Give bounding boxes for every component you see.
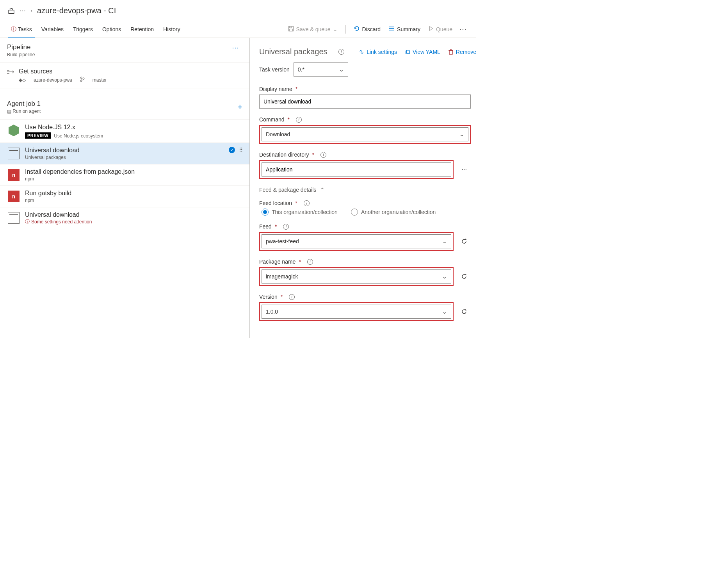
refresh-button[interactable] xyxy=(457,235,471,248)
list-icon xyxy=(388,25,395,33)
command-label: Command xyxy=(259,116,285,123)
task-title: Use Node.JS 12.x xyxy=(25,124,242,131)
task-title: Universal download xyxy=(25,211,242,218)
agent-job-title: Agent job 1 xyxy=(7,100,41,108)
info-icon[interactable]: i xyxy=(289,294,295,300)
info-icon[interactable]: i xyxy=(307,259,313,265)
chevron-down-icon: ⌄ xyxy=(442,238,447,244)
warning-icon: ⓘ xyxy=(25,218,30,225)
error-icon: ⓘ xyxy=(11,26,16,33)
required-indicator: * xyxy=(275,223,277,230)
svg-rect-16 xyxy=(449,50,452,54)
node-icon xyxy=(7,124,20,137)
summary-button[interactable]: Summary xyxy=(384,23,424,36)
package-name-select[interactable]: imagemagick ⌄ xyxy=(262,269,451,284)
get-sources-title: Get sources xyxy=(19,68,242,75)
svg-point-12 xyxy=(80,80,82,82)
task-version-select[interactable]: 0.* ⌄ xyxy=(294,62,348,77)
tab-tasks[interactable]: ⓘTasks xyxy=(6,21,37,38)
queue-button[interactable]: Queue xyxy=(424,23,456,36)
svg-point-11 xyxy=(80,77,82,78)
radio-icon xyxy=(351,209,358,216)
agent-job-row[interactable]: Agent job 1 ▤ Run on agent + xyxy=(0,93,249,120)
tab-options[interactable]: Options xyxy=(98,21,126,38)
info-icon[interactable]: i xyxy=(304,200,310,206)
refresh-button[interactable] xyxy=(457,305,471,318)
task-version-label: Task version xyxy=(259,66,290,73)
package-icon xyxy=(7,211,20,225)
pipeline-header[interactable]: Pipeline Build pipeline ⋯ xyxy=(0,38,249,62)
task-row[interactable]: Universal download Universal packages ✓ … xyxy=(0,143,249,164)
info-icon[interactable]: i xyxy=(338,49,344,55)
drag-handle-icon[interactable]: ⠿ xyxy=(239,147,242,153)
save-queue-button[interactable]: Save & queue ⌄ xyxy=(284,23,342,36)
display-name-input[interactable] xyxy=(259,95,471,109)
branch-icon xyxy=(80,77,85,83)
tab-variables[interactable]: Variables xyxy=(37,21,68,38)
chevron-down-icon: ⌄ xyxy=(442,309,447,315)
feed-location-other-radio[interactable]: Another organization/collection xyxy=(351,209,436,216)
tab-retention[interactable]: Retention xyxy=(126,21,158,38)
preview-badge: PREVIEW xyxy=(25,132,51,139)
add-task-button[interactable]: + xyxy=(237,102,242,112)
required-indicator: * xyxy=(312,152,314,158)
svg-point-13 xyxy=(83,78,84,79)
required-indicator: * xyxy=(299,259,301,265)
chevron-right-icon: › xyxy=(31,8,32,14)
task-title: Install dependencies from package.json xyxy=(25,168,242,175)
svg-rect-2 xyxy=(289,26,292,28)
task-subtitle: Use Node.js ecosystem xyxy=(54,133,103,139)
command-select[interactable]: Download ⌄ xyxy=(262,127,468,141)
required-indicator: * xyxy=(281,294,283,300)
page-title: azure-devops-pwa - CI xyxy=(37,6,116,15)
tab-triggers[interactable]: Triggers xyxy=(68,21,98,38)
info-icon[interactable]: i xyxy=(283,224,289,230)
server-icon: ▤ xyxy=(7,109,11,114)
remove-button[interactable]: Remove xyxy=(448,49,476,55)
breadcrumb-overflow[interactable]: ⋯ xyxy=(20,7,26,14)
separator xyxy=(345,25,346,34)
undo-icon xyxy=(354,25,360,33)
task-row[interactable]: n Install dependencies from package.json… xyxy=(0,164,249,186)
destination-directory-input[interactable] xyxy=(262,162,451,177)
pipeline-more[interactable]: ⋯ xyxy=(229,43,242,52)
task-subtitle: Universal packages xyxy=(25,155,224,160)
feed-select[interactable]: pwa-test-feed ⌄ xyxy=(262,234,451,248)
task-subtitle: npm xyxy=(25,176,242,182)
chevron-down-icon: ⌄ xyxy=(442,273,447,280)
view-yaml-button[interactable]: View YAML xyxy=(405,49,440,55)
refresh-button[interactable] xyxy=(457,270,471,283)
play-icon xyxy=(428,26,434,32)
feed-label: Feed xyxy=(259,223,272,230)
feed-section-header[interactable]: Feed & package details ⌃ xyxy=(259,187,476,193)
version-select[interactable]: 1.0.0 ⌄ xyxy=(262,305,451,319)
project-icon[interactable] xyxy=(8,7,15,14)
svg-rect-3 xyxy=(289,29,292,31)
more-menu[interactable]: ⋯ xyxy=(456,25,470,34)
panel-title: Universal packages xyxy=(259,47,328,56)
display-name-label: Display name xyxy=(259,86,292,92)
browse-button[interactable]: ⋯ xyxy=(457,163,471,176)
version-label: Version xyxy=(259,294,278,300)
task-alert: ⓘSome settings need attention xyxy=(25,218,242,225)
pipeline-subtitle: Build pipeline xyxy=(7,52,35,57)
task-details-panel: Universal packages i Link settings View … xyxy=(250,38,476,338)
tab-history[interactable]: History xyxy=(158,21,185,38)
info-icon[interactable]: i xyxy=(296,117,302,123)
chevron-up-icon: ⌃ xyxy=(320,187,325,193)
task-row[interactable]: Universal download ⓘSome settings need a… xyxy=(0,207,249,229)
svg-rect-0 xyxy=(9,10,14,13)
package-icon xyxy=(7,147,20,160)
check-icon: ✓ xyxy=(229,147,235,153)
get-sources-row[interactable]: Get sources ◆◇ azure-devops-pwa master xyxy=(0,62,249,89)
task-row[interactable]: Use Node.JS 12.x PREVIEW Use Node.js eco… xyxy=(0,120,249,143)
feed-location-this-radio[interactable]: This organization/collection xyxy=(262,209,338,216)
required-indicator: * xyxy=(295,86,297,92)
discard-button[interactable]: Discard xyxy=(350,23,384,36)
info-icon[interactable]: i xyxy=(320,152,326,158)
chevron-down-icon: ⌄ xyxy=(459,131,464,137)
tabbar: ⓘTasks Variables Triggers Options Retent… xyxy=(0,21,476,38)
breadcrumb: ⋯ › azure-devops-pwa - CI xyxy=(0,0,476,21)
task-row[interactable]: n Run gatsby build npm xyxy=(0,186,249,207)
link-settings-button[interactable]: Link settings xyxy=(359,49,397,55)
